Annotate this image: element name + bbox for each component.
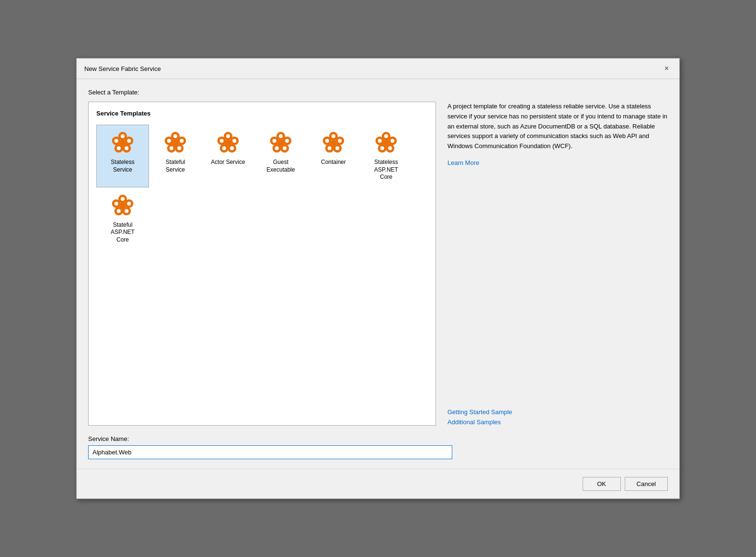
dialog-body: Select a Template: Service Templates Sta…: [77, 79, 679, 469]
select-template-label: Select a Template:: [88, 89, 668, 96]
template-icon-guest-executable: [269, 131, 293, 155]
svg-point-64: [380, 146, 384, 150]
svg-point-10: [115, 139, 118, 143]
svg-point-51: [338, 139, 342, 143]
service-name-section: Service Name:: [88, 435, 668, 459]
svg-point-28: [226, 134, 230, 138]
content-area: Service Templates Stateless ServiceState…: [88, 102, 668, 426]
svg-point-27: [225, 139, 231, 146]
template-item-actor-service[interactable]: Actor Service: [202, 125, 254, 187]
svg-point-54: [325, 139, 329, 143]
service-name-label: Service Name:: [88, 435, 668, 442]
svg-point-7: [127, 139, 131, 143]
svg-point-17: [173, 134, 177, 138]
svg-point-8: [125, 146, 128, 150]
svg-point-63: [388, 146, 392, 150]
svg-point-5: [119, 139, 126, 146]
svg-point-6: [121, 134, 125, 138]
template-item-stateless-service[interactable]: Stateless Service: [96, 125, 149, 187]
template-label-stateless-service: Stateless Service: [111, 159, 134, 174]
template-item-stateful-aspnet-core[interactable]: Stateful ASP.NET Core: [96, 187, 149, 250]
svg-point-75: [117, 209, 121, 213]
svg-point-19: [177, 146, 181, 150]
svg-point-74: [125, 209, 128, 213]
links-bottom: Getting Started Sample Additional Sample…: [447, 408, 668, 426]
ok-button[interactable]: OK: [583, 477, 621, 491]
service-name-input[interactable]: [88, 445, 452, 459]
template-item-container[interactable]: Container: [307, 125, 360, 187]
template-icon-stateless-aspnet-core: [374, 131, 398, 155]
svg-point-52: [335, 146, 339, 150]
getting-started-link[interactable]: Getting Started Sample: [447, 408, 668, 416]
svg-point-76: [115, 201, 118, 205]
learn-more-link[interactable]: Learn More: [447, 159, 668, 166]
service-templates-title: Service Templates: [96, 110, 428, 117]
template-panel: Service Templates Stateless ServiceState…: [88, 102, 436, 426]
svg-point-16: [172, 139, 179, 146]
template-item-stateful-service[interactable]: Stateful Service: [149, 125, 202, 187]
svg-point-20: [170, 146, 173, 150]
template-label-actor-service: Actor Service: [211, 159, 245, 166]
svg-point-18: [180, 139, 183, 143]
svg-point-71: [119, 202, 126, 209]
template-label-stateful-service: Stateful Service: [166, 159, 185, 174]
svg-point-9: [117, 146, 121, 150]
svg-point-50: [332, 134, 335, 138]
svg-point-53: [328, 146, 332, 150]
dialog-footer: OK Cancel: [77, 469, 679, 499]
svg-point-72: [121, 197, 125, 201]
template-item-guest-executable[interactable]: Guest Executable: [254, 125, 307, 187]
svg-point-40: [285, 139, 289, 143]
close-button[interactable]: ×: [662, 63, 672, 74]
dialog-title: New Service Fabric Service: [84, 65, 161, 72]
svg-point-21: [167, 139, 171, 143]
additional-samples-link[interactable]: Additional Samples: [447, 418, 668, 426]
svg-point-73: [127, 201, 131, 205]
svg-point-61: [384, 134, 388, 138]
svg-point-49: [330, 139, 337, 146]
template-icon-stateful-aspnet-core: [111, 194, 135, 218]
template-icon-stateful-service: [163, 131, 187, 155]
template-item-stateless-aspnet-core[interactable]: Stateless ASP.NET Core: [360, 125, 412, 187]
template-grid: Stateless ServiceStateful ServiceActor S…: [96, 125, 428, 250]
template-label-guest-executable: Guest Executable: [266, 159, 295, 174]
cancel-button[interactable]: Cancel: [625, 477, 668, 491]
info-description: A project template for creating a statel…: [447, 102, 668, 151]
template-icon-container: [321, 131, 345, 155]
info-panel: A project template for creating a statel…: [447, 102, 668, 426]
svg-point-32: [220, 139, 224, 143]
svg-point-42: [275, 146, 279, 150]
svg-point-30: [230, 146, 234, 150]
template-icon-stateless-service: [111, 131, 135, 155]
svg-point-38: [277, 139, 284, 146]
template-label-stateless-aspnet-core: Stateless ASP.NET Core: [374, 159, 398, 181]
svg-point-41: [283, 146, 286, 150]
template-icon-actor-service: [216, 131, 240, 155]
svg-point-65: [378, 139, 382, 143]
svg-point-62: [390, 139, 394, 143]
svg-point-29: [232, 139, 236, 143]
new-service-fabric-dialog: New Service Fabric Service × Select a Te…: [76, 58, 680, 499]
svg-point-43: [273, 139, 276, 143]
template-label-container: Container: [321, 159, 346, 166]
template-label-stateful-aspnet-core: Stateful ASP.NET Core: [111, 221, 135, 244]
svg-point-39: [279, 134, 283, 138]
title-bar: New Service Fabric Service ×: [77, 58, 679, 79]
svg-point-60: [383, 139, 389, 146]
svg-point-31: [222, 146, 226, 150]
